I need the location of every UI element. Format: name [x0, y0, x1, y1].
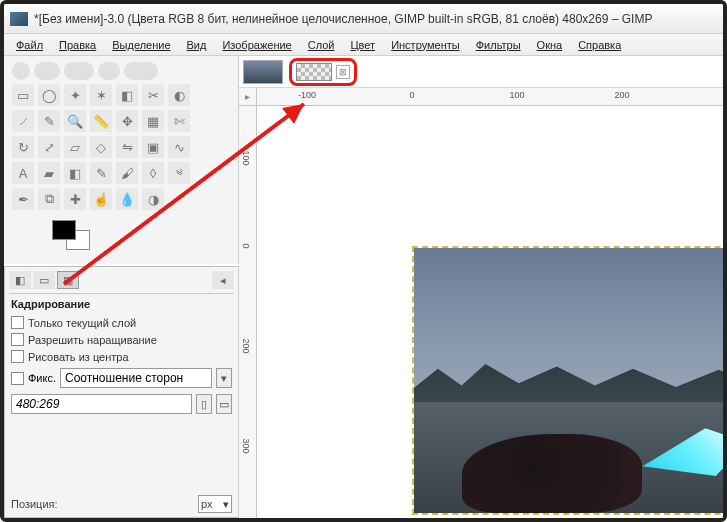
image-tab-bar: ⊠ — [239, 56, 723, 88]
tool-zoom[interactable]: 🔍 — [64, 110, 86, 132]
ruler-v-tick: 100 — [241, 150, 251, 165]
tab-images[interactable]: ▦ — [57, 271, 79, 289]
ruler-h-tick: 0 — [409, 90, 414, 100]
layer-tab-highlighted[interactable]: ⊠ — [289, 58, 357, 86]
tool-pencil[interactable]: ✎ — [90, 162, 112, 184]
tool-dodge[interactable]: ◑ — [142, 188, 164, 210]
tool-align[interactable]: ▦ — [142, 110, 164, 132]
lbl-from-center: Рисовать из центра — [28, 351, 129, 363]
tool-rotate[interactable]: ↻ — [12, 136, 34, 158]
menu-colors[interactable]: Цвет — [342, 37, 383, 53]
titlebar: *[Без имени]-3.0 (Цвета RGB 8 бит, нелин… — [4, 4, 723, 34]
tool-clone[interactable]: ⧉ — [38, 188, 60, 210]
tool-warp[interactable]: ∿ — [168, 136, 190, 158]
position-label: Позиция: — [11, 498, 58, 510]
lbl-current-layer: Только текущий слой — [28, 317, 136, 329]
menubar: Файл Правка Выделение Вид Изображение Сл… — [4, 34, 723, 56]
lbl-fixed: Фикс. — [28, 372, 56, 384]
tool-move[interactable]: ✥ — [116, 110, 138, 132]
menu-view[interactable]: Вид — [179, 37, 215, 53]
tool-bucket[interactable]: ▰ — [38, 162, 60, 184]
tool-flip[interactable]: ⇋ — [116, 136, 138, 158]
layer-tab-close-icon[interactable]: ⊠ — [336, 65, 350, 79]
tab-undo[interactable]: ◂ — [212, 271, 234, 289]
tab-tool-options[interactable]: ◧ — [9, 271, 31, 289]
menu-layer[interactable]: Слой — [300, 37, 343, 53]
tool-shear[interactable]: ▱ — [64, 136, 86, 158]
tool-cage[interactable]: ▣ — [142, 136, 164, 158]
menu-filters[interactable]: Фильтры — [468, 37, 529, 53]
ruler-v-tick: 0 — [241, 243, 251, 248]
unit-combo[interactable]: px▾ — [198, 495, 232, 513]
app-icon — [10, 12, 28, 26]
tool-options-heading: Кадрирование — [9, 294, 234, 314]
chk-fixed[interactable] — [11, 372, 24, 385]
orientation-portrait-icon[interactable]: ▯ — [196, 394, 212, 414]
tool-airbrush[interactable]: ༄ — [168, 162, 190, 184]
ruler-v-tick: 200 — [241, 338, 251, 353]
tool-paths[interactable]: ⟋ — [12, 110, 34, 132]
menu-tools[interactable]: Инструменты — [383, 37, 468, 53]
tool-heal[interactable]: ✚ — [64, 188, 86, 210]
tool-rect-select[interactable]: ▭ — [12, 84, 34, 106]
tool-smudge[interactable]: ☝ — [90, 188, 112, 210]
ruler-v-tick: 300 — [241, 438, 251, 453]
tool-text[interactable]: A — [12, 162, 34, 184]
tab-device[interactable]: ▭ — [33, 271, 55, 289]
layer-tab-thumb — [296, 63, 332, 81]
menu-file[interactable]: Файл — [8, 37, 51, 53]
tool-options-panel: ◧ ▭ ▦ ◂ Кадрирование Только текущий слой… — [4, 266, 239, 518]
tool-paintbrush[interactable]: 🖌 — [116, 162, 138, 184]
image-tab-thumb[interactable] — [243, 60, 283, 84]
menu-help[interactable]: Справка — [570, 37, 629, 53]
chk-allow-grow[interactable] — [11, 333, 24, 346]
ruler-h-tick: 100 — [509, 90, 524, 100]
menu-select[interactable]: Выделение — [104, 37, 178, 53]
ruler-vertical: 0 100 200 300 — [239, 106, 257, 518]
aspect-ratio-field[interactable]: 480:269 — [11, 394, 192, 414]
canvas[interactable] — [257, 106, 723, 518]
menu-image[interactable]: Изображение — [214, 37, 299, 53]
window-title: *[Без имени]-3.0 (Цвета RGB 8 бит, нелин… — [34, 12, 652, 26]
ruler-h-tick: 200 — [614, 90, 629, 100]
tool-ink[interactable]: ✒ — [12, 188, 34, 210]
ruler-h-tick: -100 — [298, 90, 316, 100]
tool-eraser[interactable]: ◊ — [142, 162, 164, 184]
tool-by-color[interactable]: ◧ — [116, 84, 138, 106]
orientation-landscape-icon[interactable]: ▭ — [216, 394, 232, 414]
tool-measure[interactable]: 📏 — [90, 110, 112, 132]
toolbox: ▭ ◯ ✦ ✶ ◧ ✂ ◐ ⟋ ✎ 🔍 📏 ✥ ▦ ✄ ↻ ⤢ ▱ ◇ ⇋ ▣ — [4, 56, 239, 264]
chk-from-center[interactable] — [11, 350, 24, 363]
lbl-allow-grow: Разрешить наращивание — [28, 334, 157, 346]
color-swatch[interactable] — [52, 220, 92, 254]
tool-free-select[interactable]: ✦ — [64, 84, 86, 106]
tool-ellipse-select[interactable]: ◯ — [38, 84, 60, 106]
tool-gradient[interactable]: ◧ — [64, 162, 86, 184]
ruler-corner[interactable]: ▸ — [239, 88, 257, 106]
ruler-horizontal: -100 0 100 200 — [257, 88, 723, 106]
menu-windows[interactable]: Окна — [529, 37, 571, 53]
tool-scissors[interactable]: ✂ — [142, 84, 164, 106]
image-content — [462, 434, 643, 514]
fixed-mode-dd-icon[interactable]: ▾ — [216, 368, 232, 388]
tool-scale[interactable]: ⤢ — [38, 136, 60, 158]
menu-edit[interactable]: Правка — [51, 37, 104, 53]
tool-perspective[interactable]: ◇ — [90, 136, 112, 158]
tool-foreground[interactable]: ◐ — [168, 84, 190, 106]
tool-blur[interactable]: 💧 — [116, 188, 138, 210]
fg-color[interactable] — [52, 220, 76, 240]
chk-current-layer[interactable] — [11, 316, 24, 329]
tool-fuzzy-select[interactable]: ✶ — [90, 84, 112, 106]
tool-crop[interactable]: ✄ — [168, 110, 190, 132]
fixed-mode-combo[interactable]: Соотношение сторон — [60, 368, 212, 388]
image-frame — [412, 246, 723, 515]
canvas-area: ▸ -100 0 100 200 0 100 200 300 — [239, 88, 723, 518]
tool-color-picker[interactable]: ✎ — [38, 110, 60, 132]
